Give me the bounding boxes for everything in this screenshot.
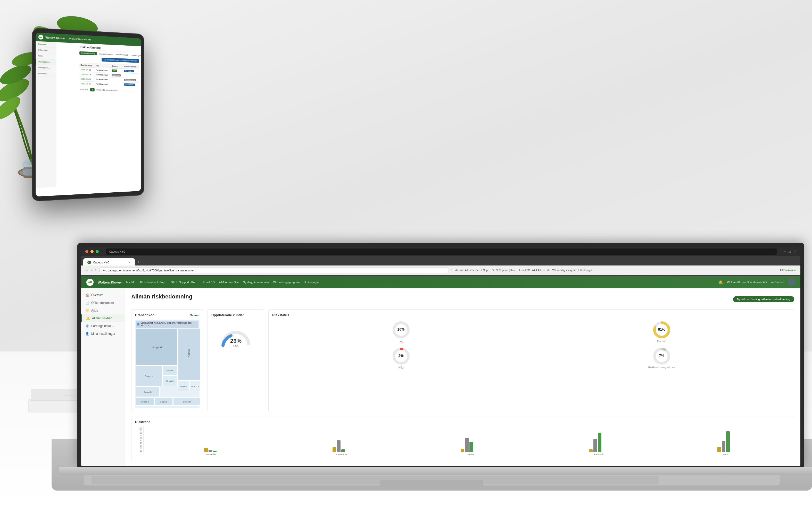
wk-nav-admin[interactable]: AAA Admin Site <box>219 281 239 284</box>
forward-btn[interactable]: → <box>90 269 93 272</box>
sidebar-item-arkiv[interactable]: 📁 Arkiv <box>81 307 125 315</box>
y-axis: 100 90 80 70 60 50 40 30 20 10 <box>135 426 142 457</box>
user-avatar[interactable]: 👤 <box>788 279 795 286</box>
notification-bell-icon[interactable]: 🔔 <box>719 280 723 284</box>
browser-active-tab[interactable]: C Capegs KYC ✕ <box>83 258 135 265</box>
company-selector[interactable]: Wolters Kluwer Scandinavia AB <box>727 281 767 284</box>
risk-item-saknas: 7% Riskbedömning saknas <box>533 346 790 369</box>
tablet-sidebar-company[interactable]: Företagsin... <box>36 65 56 71</box>
new-tab-btn[interactable]: + <box>135 258 142 265</box>
laptop-bottom-bezel <box>59 468 812 475</box>
branschkod-panel: Branschkod Se mer Verksamhet inom juridi… <box>131 309 203 412</box>
november-bar-yellow <box>204 448 208 452</box>
tablet-sidebar-risk[interactable]: Riskbedöm... <box>36 59 56 65</box>
sidebar-item-office[interactable]: 📄 Office-dokument <box>81 299 125 307</box>
sidebar-item-risk[interactable]: ⚠️ Allmän riskbed... <box>81 315 125 322</box>
tablet-page-current[interactable]: 1 <box>90 88 94 91</box>
minimize-icon[interactable]: − <box>784 250 786 253</box>
bookmark-item[interactable]: Utbildningar <box>579 269 592 272</box>
tablet-tab-func[interactable]: Funktionstest <box>115 53 129 57</box>
januari-bar-green <box>469 442 473 452</box>
risk-item-hog: 2% Hög <box>272 346 530 369</box>
sidebar-item-overview[interactable]: 🏠 Översikt <box>81 291 125 299</box>
svg-text:Grupp L: Grupp L <box>166 380 174 382</box>
bookmark-item[interactable]: SE St Support | Kun... <box>492 269 517 272</box>
riskstatus-title-row: Riskstatus <box>272 313 790 317</box>
tablet-row4-status <box>111 82 123 87</box>
risk-normal-pct: 81% <box>658 327 665 331</box>
wk-nav-manualer[interactable]: Ny dägg in manualer <box>243 281 269 284</box>
tablet-sidebar-arkiv[interactable]: Arkiv <box>36 53 56 60</box>
svg-text:Grupp J: Grupp J <box>188 349 191 357</box>
bookmark-item[interactable]: WK verktygsprogram <box>552 269 576 272</box>
tablet-company-name: IKEA of Sweden AB <box>69 37 91 41</box>
minimize-window-btn[interactable] <box>90 250 93 253</box>
tablet-table: Bedömning Typ Status Riskbedömd 2024-04-… <box>79 63 139 87</box>
month-label-februari: Februari <box>594 453 603 456</box>
tablet-total-pages: Riskbedömningsregistret <box>96 89 118 91</box>
trend-chart-wrapper: 100 90 80 70 60 50 40 30 20 10 <box>135 426 790 457</box>
customers-title: Uppdaterade kunder <box>211 313 244 317</box>
branschkod-title-row: Branschkod Se mer <box>135 313 200 317</box>
browser-address-bar[interactable]: ← → ↻ kyc.capegs.com/customers/0sd8gkio/… <box>81 265 800 275</box>
tablet-sidebar-office[interactable]: Office-dok... <box>36 47 56 54</box>
risk-hog-pct: 2% <box>398 353 403 358</box>
december-bar-green <box>341 449 345 452</box>
svg-text:Grupp M: Grupp M <box>152 346 162 349</box>
y-70: 70 <box>135 434 142 437</box>
customers-panel: Uppdaterade kunder <box>207 309 264 412</box>
sidebar-item-company[interactable]: ⚙️ Företagsinställ... <box>81 322 125 330</box>
laptop-lid: Capegs KYC − □ ✕ C Cape <box>77 243 804 468</box>
tablet-tab-documents[interactable]: Grunddokument <box>98 52 114 56</box>
bookmark-item[interactable]: Email BO <box>519 269 530 272</box>
language-selector[interactable]: se Svensk <box>771 281 784 284</box>
wk-nav-myfilo[interactable]: My Filo <box>126 281 135 284</box>
tablet-brand-name: Wolters Kluwer <box>46 36 65 39</box>
wk-app-header: WK Wolters Kluwer My Filo Altos Service … <box>81 276 800 288</box>
all-bookmarks-link[interactable]: All Bookmarks <box>780 269 796 272</box>
tablet-row3-type: Funktionstest <box>94 77 111 82</box>
y-30: 30 <box>135 444 142 447</box>
wk-nav-altos[interactable]: Altos Service & Sup... <box>139 281 167 284</box>
month-group-december <box>333 426 345 452</box>
mars-bar-green <box>726 431 730 452</box>
back-btn[interactable]: ← <box>85 269 88 272</box>
tablet-new-assessment-btn[interactable]: Ny riskbedömning med kundaktiviteten <box>102 58 139 63</box>
maximize-icon[interactable]: □ <box>789 250 791 253</box>
tablet-tab-risk[interactable]: Riskbedömning <box>79 51 97 55</box>
branschkod-see-more[interactable]: Se mer <box>190 314 200 317</box>
close-window-btn[interactable] <box>85 250 88 253</box>
bookmark-item[interactable]: Altos Service & Sup... <box>465 269 490 272</box>
url-field[interactable]: kyc.capegs.com/customers/0sd8gkio/k7006/… <box>99 267 448 273</box>
browser-chrome: Capegs KYC − □ ✕ C Cape <box>81 247 800 276</box>
tablet-row1-status: Aktiv <box>111 68 123 73</box>
tablet-col-bedömning: Bedömning <box>79 63 94 68</box>
bookmark-item[interactable]: AAA Admin Site <box>532 269 550 272</box>
y-100: 100 <box>135 426 142 429</box>
januari-bars <box>461 426 473 452</box>
wk-nav-verktyg[interactable]: WK verktygsprogram <box>273 281 300 284</box>
december-bar-yellow <box>333 447 336 452</box>
tablet-page-info: Antal är i: <box>79 88 88 91</box>
sidebar-item-mina[interactable]: 👤 Mina inställningar <box>81 330 125 338</box>
risktrend-title: Risktrend <box>135 420 150 424</box>
month-label-november: November <box>206 453 216 456</box>
bookmark-item[interactable]: My Filo <box>455 269 463 272</box>
new-assessment-button[interactable]: Ny riskbedömning › Allmän riskbedömning <box>733 296 794 302</box>
refresh-btn[interactable]: ↻ <box>95 269 97 272</box>
tablet-sidebar-settings[interactable]: Mina inst... <box>36 71 56 77</box>
window-title: Capegs KYC <box>109 250 126 253</box>
tablet-row1-date: 2024-04-19 <box>79 67 94 72</box>
wk-nav-email[interactable]: Email BO <box>203 281 215 284</box>
month-label-mars: Mars <box>723 453 728 456</box>
maximize-window-btn[interactable] <box>95 250 99 253</box>
wk-nav-utbildningar[interactable]: Utbildningar <box>303 281 319 284</box>
bookmark-star-icon[interactable]: ☆ <box>450 269 453 272</box>
tab-close-icon[interactable]: ✕ <box>128 261 131 264</box>
close-icon[interactable]: ✕ <box>794 250 796 253</box>
tablet-tab-settings2[interactable]: Inställningar <box>130 54 141 58</box>
wk-nav-support[interactable]: SE St Support | Kun... <box>171 281 199 284</box>
y-40: 40 <box>135 442 142 444</box>
y-50: 50 <box>135 439 142 442</box>
januari-bar-gray <box>465 438 469 452</box>
